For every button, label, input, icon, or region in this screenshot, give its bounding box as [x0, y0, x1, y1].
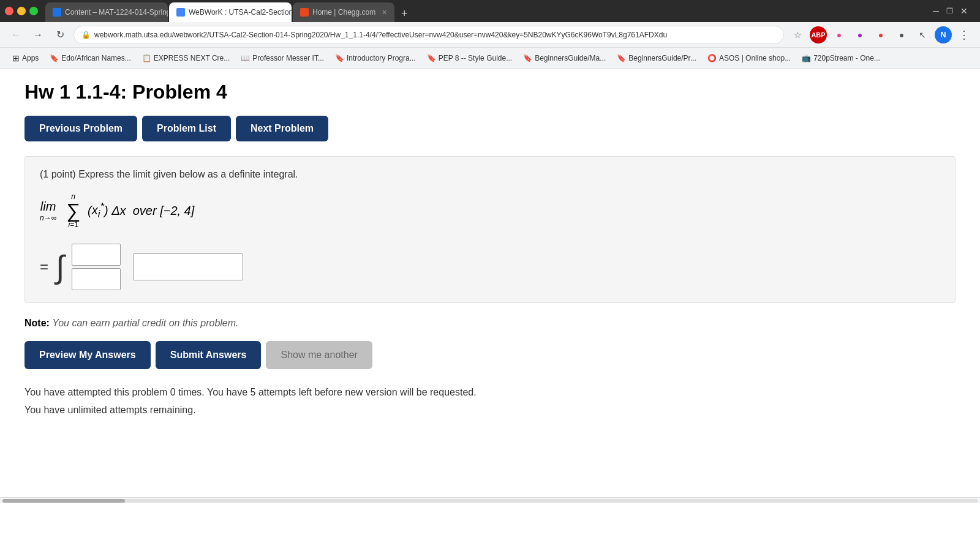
note-label: Note: [24, 318, 50, 328]
bookmark-label-5: PEP 8 -- Style Guide... [439, 54, 513, 62]
sigma-symbol: ∑ [66, 201, 80, 220]
extension-icon-4[interactable]: ● [893, 26, 910, 43]
tab-favicon-3 [300, 8, 309, 17]
menu-icon[interactable]: ⋮ [956, 26, 973, 43]
note-section: Note: You can earn partial credit on thi… [24, 318, 956, 329]
restore-icon[interactable]: ❐ [946, 7, 953, 15]
attempt-info-line-2: You have unlimited attempts remaining. [24, 402, 956, 419]
scrollbar-track[interactable] [2, 499, 978, 503]
problem-text: Express the limit given below as a defin… [78, 169, 298, 179]
scrollbar-thumb[interactable] [2, 499, 125, 503]
bookmark-icon-2: 📋 [142, 54, 151, 62]
bookmark-label-9: 720pStream - One... [813, 54, 880, 62]
star-icon[interactable]: ☆ [789, 26, 806, 43]
bookmark-9[interactable]: 📺 720pStream - One... [797, 51, 885, 65]
cursor-icon[interactable]: ↖ [914, 26, 931, 43]
tab-favicon-1 [53, 8, 61, 17]
bookmark-label-6: BeginnersGuide/Ma... [535, 54, 606, 62]
preview-answers-btn[interactable]: Preview My Answers [24, 341, 151, 369]
address-bar-area: ← → ↻ 🔒 webwork.math.utsa.edu/webwork2/U… [0, 22, 980, 48]
window-action-area: ─ ❐ ✕ [925, 6, 975, 16]
adblock-icon[interactable]: ABP [810, 26, 827, 43]
previous-problem-btn[interactable]: Previous Problem [24, 116, 137, 141]
nav-buttons: Previous Problem Problem List Next Probl… [24, 116, 956, 141]
page-content: Hw 1 1.1-4: Problem 4 Previous Problem P… [0, 69, 980, 497]
sigma-lower-limit: i=1 [68, 220, 78, 229]
bookmark-icon-6: 🔖 [523, 54, 532, 62]
bookmark-4[interactable]: 🔖 Introductory Progra... [330, 51, 421, 65]
minimize-icon[interactable]: ─ [933, 6, 939, 16]
extension-icon-3[interactable]: ● [872, 26, 889, 43]
submit-answers-btn[interactable]: Submit Answers [156, 341, 262, 369]
new-tab-btn[interactable]: + [396, 5, 413, 22]
lim-symbol: lim [40, 200, 56, 214]
extension-icon-1[interactable]: ● [831, 26, 848, 43]
bookmark-icon-9: 📺 [802, 54, 811, 62]
bookmark-2[interactable]: 📋 EXPRESS NEXT Cre... [137, 51, 235, 65]
bookmark-label-3: Professor Messer IT... [252, 54, 324, 62]
bookmark-label-2: EXPRESS NEXT Cre... [154, 54, 230, 62]
problem-box: (1 point) Express the limit given below … [24, 156, 956, 303]
maximize-window-btn[interactable] [29, 7, 38, 15]
page-title: Hw 1 1.1-4: Problem 4 [24, 81, 956, 103]
math-display: lim n→∞ n ∑ i=1 (xi*) Δx over [−2, 4] [40, 192, 940, 229]
tab-close-3[interactable]: ✕ [382, 9, 387, 17]
attempt-info-line-1: You have attempted this problem 0 times.… [24, 384, 956, 402]
next-problem-btn[interactable]: Next Problem [236, 116, 328, 141]
refresh-btn[interactable]: ↻ [51, 26, 69, 43]
bookmarks-bar: ⊞ Apps 🔖 Edo/African Names... 📋 EXPRESS … [0, 48, 980, 69]
bookmark-3[interactable]: 📖 Professor Messer IT... [236, 51, 329, 65]
bookmark-label-4: Introductory Progra... [347, 54, 416, 62]
tab-content[interactable]: Content – MAT-1224-014-Spring... ✕ [45, 2, 168, 22]
problem-instruction: (1 point) Express the limit given below … [40, 169, 940, 180]
bookmark-label-1: Edo/African Names... [61, 54, 130, 62]
extension-icon-2[interactable]: ● [851, 26, 869, 43]
show-another-btn[interactable]: Show me another [266, 341, 372, 369]
action-buttons: Preview My Answers Submit Answers Show m… [24, 341, 956, 369]
bookmark-5[interactable]: 🔖 PEP 8 -- Style Guide... [422, 51, 518, 65]
address-text: webwork.math.utsa.edu/webwork2/UTSA-Cal2… [94, 31, 776, 39]
problem-list-btn[interactable]: Problem List [142, 116, 231, 141]
close-icon[interactable]: ✕ [960, 6, 968, 16]
tabs-bar: Content – MAT-1224-014-Spring... ✕ WeBWo… [45, 0, 923, 22]
bookmark-icon-3: 📖 [241, 54, 250, 62]
bookmark-icon-8: ⭕ [707, 54, 717, 62]
bookmark-apps[interactable]: ⊞ Apps [7, 51, 43, 66]
bookmark-6[interactable]: 🔖 BeginnersGuide/Ma... [518, 51, 611, 65]
answer-area: = ∫ [40, 244, 940, 290]
bookmark-7[interactable]: 🔖 BeginnersGuide/Pr... [612, 51, 701, 65]
upper-bound-input[interactable] [72, 244, 121, 266]
bookmark-icon-1: 🔖 [50, 54, 59, 62]
tab-chegg[interactable]: Home | Chegg.com ✕ [293, 2, 394, 22]
note-text-content: You can earn partial credit on this prob… [52, 318, 238, 328]
tab-webwork[interactable]: WeBWorK : UTSA-Cal2-Section-0... ✕ [169, 2, 292, 22]
bookmark-1[interactable]: 🔖 Edo/African Names... [45, 51, 135, 65]
profile-icon[interactable]: N [935, 26, 952, 43]
equals-sign: = [40, 258, 48, 276]
problem-points: (1 point) [40, 169, 76, 179]
tab-label-2: WeBWorK : UTSA-Cal2-Section-0... [189, 8, 292, 17]
bookmark-icon-4: 🔖 [335, 54, 344, 62]
close-window-btn[interactable] [5, 7, 13, 15]
bookmark-label-7: BeginnersGuide/Pr... [628, 54, 696, 62]
lim-subscript: n→∞ [40, 214, 56, 222]
lower-bound-input[interactable] [72, 268, 121, 290]
back-btn[interactable]: ← [7, 26, 24, 43]
math-term: (xi*) Δx over [−2, 4] [88, 201, 194, 221]
window-controls [5, 7, 38, 15]
scrollbar-hint [0, 497, 980, 503]
tab-favicon-2 [176, 8, 185, 17]
tab-label-1: Content – MAT-1224-014-Spring... [65, 8, 168, 17]
title-bar: Content – MAT-1224-014-Spring... ✕ WeBWo… [0, 0, 980, 22]
limit-notation: lim n→∞ [40, 200, 56, 222]
lock-icon: 🔒 [81, 31, 91, 39]
minimize-window-btn[interactable] [17, 7, 26, 15]
integrand-input[interactable] [133, 253, 243, 280]
bookmark-8[interactable]: ⭕ ASOS | Online shop... [703, 51, 796, 65]
toolbar-icons: ☆ ABP ● ● ● ● ↖ N ⋮ [789, 26, 973, 43]
browser-chrome: Content – MAT-1224-014-Spring... ✕ WeBWo… [0, 0, 980, 69]
integral-symbol: ∫ [56, 251, 64, 283]
address-bar[interactable]: 🔒 webwork.math.utsa.edu/webwork2/UTSA-Ca… [74, 26, 784, 44]
forward-btn[interactable]: → [29, 26, 47, 43]
bookmark-icon-5: 🔖 [427, 54, 436, 62]
